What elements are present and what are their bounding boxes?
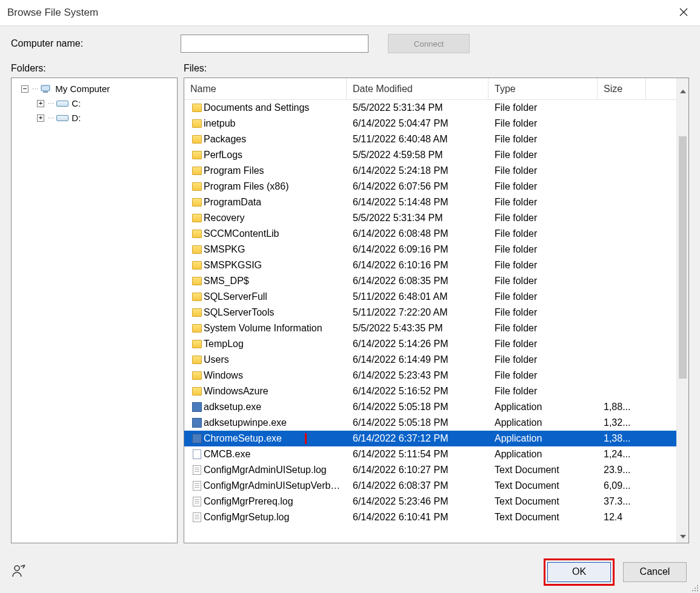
file-row[interactable]: CMCB.exe6/14/2022 5:11:54 PMApplication1…	[184, 446, 676, 462]
file-name: inetpub	[204, 118, 236, 129]
file-row[interactable]: PerfLogs5/5/2022 4:59:58 PMFile folder	[184, 147, 676, 163]
file-date: 5/11/2022 7:22:20 AM	[347, 307, 488, 318]
computer-name-label: Computer name:	[11, 38, 175, 49]
file-name: PerfLogs	[204, 150, 242, 161]
tree-root[interactable]: − ··· My Computer	[14, 82, 175, 96]
file-date: 5/11/2022 6:40:48 AM	[347, 134, 488, 145]
file-type: File folder	[488, 386, 598, 397]
file-type: File folder	[488, 102, 598, 113]
file-row[interactable]: SCCMContentLib6/14/2022 6:08:48 PMFile f…	[184, 226, 676, 242]
file-row[interactable]: SQLServerTools5/11/2022 7:22:20 AMFile f…	[184, 305, 676, 320]
scroll-thumb[interactable]	[679, 136, 687, 379]
folder-tree[interactable]: − ··· My Computer + ··· C:	[12, 78, 177, 129]
svg-point-2	[15, 566, 19, 571]
file-name: Windows	[204, 370, 243, 381]
folder-icon	[190, 340, 204, 348]
connect-button[interactable]: Connect	[388, 34, 470, 53]
file-row[interactable]: SQLServerFull5/11/2022 6:48:01 AMFile fo…	[184, 289, 676, 305]
file-row[interactable]: ConfigMgrAdminUISetup.log6/14/2022 6:10:…	[184, 462, 676, 478]
file-name: ConfigMgrPrereq.log	[204, 496, 293, 507]
folder-icon	[190, 324, 204, 333]
col-size[interactable]: Size	[598, 78, 646, 99]
file-row[interactable]: Documents and Settings5/5/2022 5:31:34 P…	[184, 100, 676, 116]
file-type: Text Document	[488, 465, 598, 475]
file-row[interactable]: inetpub6/14/2022 5:04:47 PMFile folder	[184, 116, 676, 131]
file-date: 6/14/2022 6:10:27 PM	[347, 465, 488, 475]
file-row[interactable]: adksetupwinpe.exe6/14/2022 5:05:18 PMApp…	[184, 415, 676, 431]
list-header[interactable]: Name Date Modified Type Size	[184, 78, 676, 100]
file-row[interactable]: Packages5/11/2022 6:40:48 AMFile folder	[184, 131, 676, 147]
file-row[interactable]: ConfigMgrPrereq.log6/14/2022 5:23:46 PMT…	[184, 494, 676, 509]
file-name: System Volume Information	[204, 323, 322, 334]
drive-icon	[56, 101, 68, 107]
file-date: 6/14/2022 6:37:12 PM	[347, 433, 488, 444]
computer-row: Computer name: Connect	[11, 34, 689, 53]
file-type: File folder	[488, 354, 598, 365]
file-row[interactable]: Windows6/14/2022 5:23:43 PMFile folder	[184, 368, 676, 383]
file-date: 5/5/2022 5:43:35 PM	[347, 323, 488, 334]
file-name: ConfigMgrAdminUISetupVerbo...	[203, 480, 341, 491]
file-row[interactable]: ProgramData6/14/2022 5:14:48 PMFile fold…	[184, 194, 676, 210]
file-name: ChromeSetup.exe	[204, 433, 282, 444]
file-name: adksetup.exe	[204, 402, 261, 412]
user-icon[interactable]	[11, 563, 27, 581]
folders-column: Folders: − ··· My Computer +	[11, 63, 178, 543]
file-size: 1,32...	[598, 417, 646, 428]
scroll-up-icon[interactable]	[677, 85, 688, 98]
file-type: File folder	[488, 134, 598, 145]
file-row[interactable]: Program Files6/14/2022 5:24:18 PMFile fo…	[184, 163, 676, 179]
file-row[interactable]: ConfigMgrSetup.log6/14/2022 6:10:41 PMTe…	[184, 509, 676, 525]
file-row[interactable]: Recovery5/5/2022 5:31:34 PMFile folder	[184, 210, 676, 226]
file-name: Program Files	[204, 165, 264, 176]
scroll-down-icon[interactable]	[677, 531, 688, 543]
file-type: File folder	[488, 260, 598, 271]
file-date: 5/5/2022 5:31:34 PM	[347, 102, 488, 113]
file-list[interactable]: Name Date Modified Type Size Documents a…	[184, 78, 676, 543]
file-type: File folder	[488, 339, 598, 350]
col-type[interactable]: Type	[488, 78, 598, 99]
folder-icon	[190, 356, 204, 364]
file-row[interactable]: SMSPKGSIG6/14/2022 6:10:16 PMFile folder	[184, 257, 676, 273]
folder-icon	[190, 308, 204, 317]
file-row[interactable]: WindowsAzure6/14/2022 5:16:52 PMFile fol…	[184, 383, 676, 399]
collapse-icon[interactable]: −	[21, 85, 28, 93]
tree-drive-d[interactable]: + ··· D:	[14, 111, 175, 125]
file-row[interactable]: ConfigMgrAdminUISetupVerbo...6/14/2022 6…	[184, 478, 676, 494]
tree-drive-c[interactable]: + ··· C:	[14, 96, 175, 111]
file-row[interactable]: TempLog6/14/2022 5:14:26 PMFile folder	[184, 336, 676, 352]
expand-icon[interactable]: +	[37, 100, 44, 107]
browse-file-system-dialog: Browse File System Computer name: Connec…	[0, 0, 700, 593]
file-row[interactable]: ChromeSetup.exe6/14/2022 6:37:12 PMAppli…	[184, 431, 676, 446]
file-name: ProgramData	[204, 197, 261, 208]
ok-button[interactable]: OK	[547, 562, 611, 582]
file-size: 23.9...	[598, 465, 646, 475]
file-name: ConfigMgrAdminUISetup.log	[204, 465, 327, 475]
col-date[interactable]: Date Modified	[347, 78, 488, 99]
cancel-button[interactable]: Cancel	[623, 562, 687, 582]
tree-root-label: My Computer	[55, 82, 110, 96]
resize-grip-icon[interactable]	[690, 583, 698, 591]
file-date: 6/14/2022 5:11:54 PM	[347, 449, 488, 460]
folder-icon	[190, 135, 204, 144]
scrollbar[interactable]	[676, 78, 688, 543]
file-size: 37.3...	[598, 496, 646, 507]
file-name: SQLServerFull	[204, 291, 267, 302]
file-date: 6/14/2022 6:09:16 PM	[347, 244, 488, 255]
file-row[interactable]: Program Files (x86)6/14/2022 6:07:56 PMF…	[184, 179, 676, 194]
drive-label: C:	[72, 96, 81, 111]
file-row[interactable]: SMS_DP$6/14/2022 6:08:35 PMFile folder	[184, 273, 676, 289]
folder-icon	[190, 214, 204, 222]
file-row[interactable]: SMSPKG6/14/2022 6:09:16 PMFile folder	[184, 242, 676, 257]
file-type: Application	[488, 417, 598, 428]
expand-icon[interactable]: +	[37, 114, 44, 122]
folder-tree-panel: − ··· My Computer + ··· C:	[11, 78, 178, 543]
folder-icon	[190, 104, 204, 112]
file-row[interactable]: adksetup.exe6/14/2022 5:05:18 PMApplicat…	[184, 399, 676, 415]
computer-name-input[interactable]	[181, 35, 368, 53]
file-row[interactable]: System Volume Information5/5/2022 5:43:3…	[184, 320, 676, 336]
file-type: File folder	[488, 228, 598, 239]
close-icon[interactable]	[675, 4, 693, 22]
file-row[interactable]: Users6/14/2022 6:14:49 PMFile folder	[184, 352, 676, 368]
svg-rect-0	[41, 85, 50, 91]
col-name[interactable]: Name	[184, 78, 347, 99]
